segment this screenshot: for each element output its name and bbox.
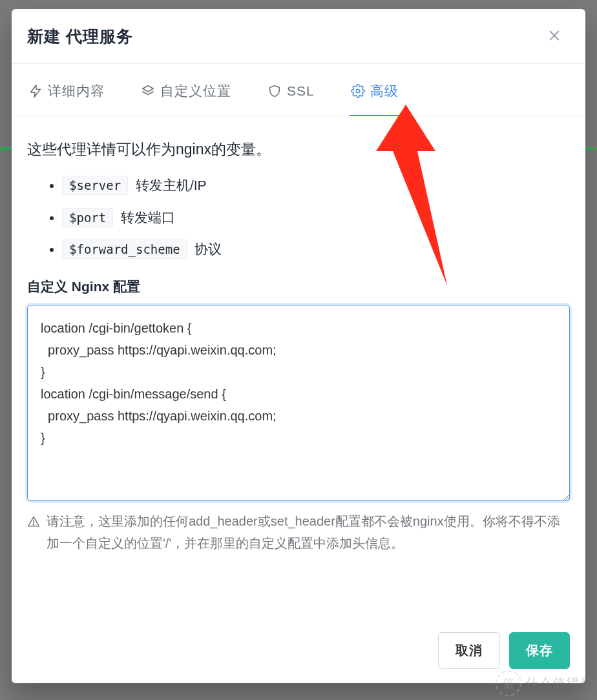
svg-point-4 — [356, 89, 360, 93]
tab-label: 高级 — [370, 82, 399, 100]
warning-icon — [27, 513, 40, 535]
custom-nginx-config-input[interactable] — [27, 305, 570, 501]
tab-custom-locations[interactable]: 自定义位置 — [140, 64, 233, 116]
list-item: $port 转发端口 — [62, 207, 570, 228]
gear-icon — [351, 84, 365, 98]
svg-point-6 — [33, 524, 34, 524]
proxy-modal: 新建 代理服务 详细内容 — [12, 9, 585, 683]
list-item: $forward_scheme 协议 — [62, 239, 570, 260]
list-item: $server 转发主机/IP — [62, 175, 570, 196]
section-title: 自定义 Nginx 配置 — [27, 278, 570, 296]
tab-label: 自定义位置 — [160, 82, 231, 100]
warning-text: 请注意，这里添加的任何add_header或set_header配置都不会被ng… — [47, 510, 567, 554]
svg-marker-3 — [143, 86, 154, 92]
save-button[interactable]: 保存 — [509, 632, 570, 669]
tab-label: SSL — [287, 83, 315, 99]
variable-desc: 协议 — [194, 242, 222, 256]
variable-code: $port — [62, 208, 113, 227]
layers-icon — [141, 84, 155, 98]
intro-text: 这些代理详情可以作为nginx的变量。 — [27, 139, 570, 160]
tab-advanced[interactable]: 高级 — [350, 64, 400, 116]
modal-footer: 取消 保存 — [12, 632, 585, 683]
svg-marker-2 — [31, 85, 41, 97]
variable-desc: 转发主机/IP — [136, 178, 207, 192]
modal-title: 新建 代理服务 — [27, 26, 133, 47]
variable-list: $server 转发主机/IP $port 转发端口 $forward_sche… — [47, 175, 570, 260]
tab-label: 详细内容 — [48, 82, 105, 100]
bolt-icon — [28, 84, 43, 98]
variable-code: $server — [62, 176, 128, 195]
variable-desc: 转发端口 — [121, 210, 175, 225]
modal-body: 这些代理详情可以作为nginx的变量。 $server 转发主机/IP $por… — [12, 116, 585, 632]
cancel-button[interactable]: 取消 — [438, 632, 500, 669]
modal-header: 新建 代理服务 — [12, 9, 585, 63]
variable-code: $forward_scheme — [62, 240, 187, 259]
tab-ssl[interactable]: SSL — [266, 64, 316, 116]
close-button[interactable] — [543, 25, 566, 48]
tabs: 详细内容 自定义位置 SSL — [12, 64, 585, 116]
close-icon — [547, 28, 561, 45]
tab-details[interactable]: 详细内容 — [27, 64, 106, 116]
shield-icon — [267, 84, 282, 98]
warning-note: 请注意，这里添加的任何add_header或set_header配置都不会被ng… — [27, 510, 570, 554]
